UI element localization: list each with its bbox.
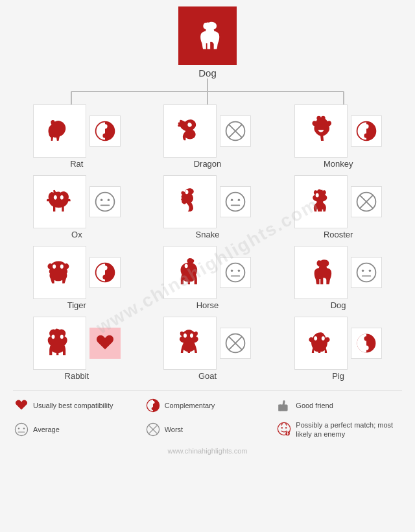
svg-point-48	[15, 424, 27, 436]
animal-box-pig	[294, 317, 348, 370]
animal-label-dragon: Dragon	[194, 159, 222, 169]
legend-thumbup-svg	[276, 398, 292, 413]
legend-complementary-label: Complementary	[165, 402, 215, 409]
svg-point-15	[364, 134, 369, 138]
animal-group-horse: Horse	[144, 246, 272, 310]
legend-enemy-svg	[276, 421, 292, 437]
animal-group-rat: Rat	[13, 104, 141, 169]
top-animal-label: Dog	[198, 67, 217, 79]
average-icon-snake	[224, 190, 247, 213]
rooster-icon	[305, 186, 337, 218]
svg-rect-47	[279, 404, 281, 411]
complementary-icon-tiger	[93, 261, 117, 284]
animal-box-dog	[294, 246, 348, 299]
animal-group-dog: Dog	[274, 246, 402, 310]
top-animal-box	[178, 6, 237, 65]
tree-lines-svg	[13, 79, 402, 104]
legend-section: Usually best compatibility Complementary	[13, 390, 402, 439]
compat-icon-monkey	[351, 115, 382, 147]
animal-group-monkey: Monkey	[274, 104, 402, 169]
svg-point-14	[364, 124, 369, 128]
average-icon-dog	[355, 261, 378, 284]
svg-point-35	[362, 270, 364, 272]
legend-complementary-icon	[145, 397, 161, 414]
compat-icon-rooster	[351, 186, 382, 217]
animal-group-rabbit: Rabbit	[13, 317, 141, 381]
animal-group-ox: Ox	[13, 175, 141, 239]
worst-icon-goat	[224, 332, 247, 355]
legend-worst-svg	[145, 422, 161, 437]
complementary-icon-monkey	[355, 119, 378, 143]
svg-point-36	[369, 270, 372, 272]
animal-box-dragon	[163, 104, 217, 158]
legend-best: Usually best compatibility	[13, 397, 139, 414]
animal-group-goat: Goat	[144, 317, 272, 381]
animal-label-dog: Dog	[331, 300, 346, 310]
legend-average-svg	[14, 422, 29, 437]
worst-icon-dragon	[224, 119, 247, 143]
legend-worst-icon	[145, 421, 161, 438]
svg-point-6	[102, 124, 107, 128]
svg-point-32	[238, 270, 241, 272]
compatibility-grid: Rat Dragon	[13, 104, 402, 381]
legend-goodfriend: Good friend	[276, 397, 402, 414]
svg-point-56	[281, 427, 283, 428]
horse-icon	[174, 256, 206, 289]
animal-group-rooster: Rooster	[274, 175, 402, 239]
legend-complementary-svg	[145, 398, 161, 413]
svg-point-31	[231, 270, 233, 272]
animal-label-monkey: Monkey	[324, 159, 353, 169]
svg-point-43	[364, 346, 369, 350]
animal-label-horse: Horse	[196, 300, 219, 310]
complementary-icon-pig	[355, 332, 378, 355]
svg-point-29	[102, 275, 107, 280]
compat-icon-pig	[351, 328, 382, 359]
svg-point-7	[102, 134, 107, 138]
legend-enemy-icon	[276, 420, 292, 437]
legend-average-label: Average	[33, 426, 60, 433]
svg-point-20	[226, 193, 245, 212]
compat-icon-rabbit	[89, 328, 121, 359]
animal-label-snake: Snake	[196, 230, 220, 239]
svg-point-22	[238, 199, 241, 202]
animal-label-ox: Ox	[71, 230, 82, 239]
compat-icon-ox	[89, 186, 121, 217]
svg-point-28	[102, 265, 107, 270]
compat-icon-dragon	[220, 115, 251, 147]
animal-group-pig: Pig	[274, 317, 402, 381]
svg-point-49	[18, 428, 19, 429]
svg-point-11	[316, 116, 321, 121]
animal-box-tiger	[33, 246, 86, 299]
svg-point-17	[101, 199, 103, 202]
animal-label-rooster: Rooster	[324, 230, 353, 239]
legend-average-icon	[13, 421, 30, 438]
dog-icon	[305, 256, 337, 289]
average-icon-horse	[224, 261, 247, 284]
complementary-icon-rat	[93, 119, 117, 143]
animal-label-tiger: Tiger	[67, 300, 86, 310]
compat-icon-goat	[220, 328, 251, 359]
legend-goodfriend-label: Good friend	[296, 402, 333, 409]
rabbit-icon	[43, 327, 76, 359]
svg-point-18	[107, 199, 110, 202]
svg-point-12	[321, 116, 326, 121]
legend-average: Average	[13, 420, 139, 439]
average-icon-ox	[93, 190, 117, 213]
svg-point-34	[357, 263, 376, 282]
animal-label-pig: Pig	[332, 371, 344, 381]
compat-icon-tiger	[89, 257, 121, 288]
ox-icon	[43, 186, 76, 218]
svg-point-21	[231, 199, 233, 202]
animal-box-rooster	[294, 175, 348, 228]
animal-box-goat	[163, 317, 217, 370]
animal-label-rabbit: Rabbit	[65, 371, 89, 381]
svg-point-16	[95, 193, 114, 212]
compat-icon-dog	[351, 257, 382, 288]
dog-icon-top	[190, 18, 226, 54]
animal-label-goat: Goat	[198, 371, 217, 381]
snake-icon	[174, 186, 206, 218]
svg-point-30	[226, 263, 245, 282]
animal-group-tiger: Tiger	[13, 246, 141, 310]
legend-enemy: Possibly a perfect match; most likely an…	[276, 420, 402, 439]
svg-point-57	[285, 427, 287, 428]
